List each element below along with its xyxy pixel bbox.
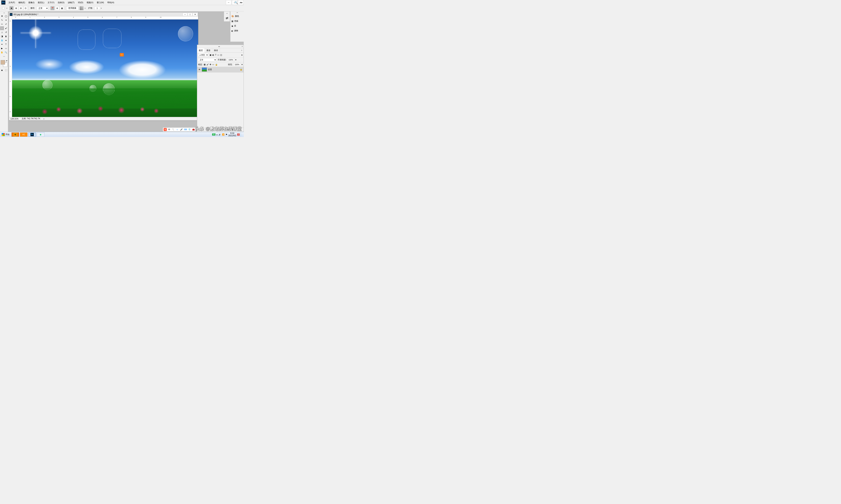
tray-date[interactable]: 2021/5/2 (228, 134, 236, 137)
ime-skin-icon[interactable]: 👕 (188, 128, 191, 131)
tool-preset-icon[interactable] (1, 6, 5, 10)
eraser-tool[interactable]: ◨ (0, 34, 4, 38)
libraries-panel-button[interactable]: ◉库 (230, 23, 244, 29)
quickmask-tool[interactable]: ◙ (0, 68, 4, 72)
type-tool[interactable]: T (4, 42, 8, 46)
swatches-panel-button[interactable]: ▦色板 (230, 19, 244, 23)
zoom-tool[interactable]: 🔍 (4, 51, 8, 54)
adjustments-panel-button[interactable]: ◐调整 (230, 29, 244, 33)
selection-intersect-icon[interactable]: ⊡ (23, 6, 28, 10)
patch-tool[interactable] (0, 26, 4, 30)
menu-select[interactable]: 选择(S) (56, 0, 66, 5)
ime-punct-icon[interactable]: °, (172, 128, 175, 131)
selection-subtract-icon[interactable]: ⊟ (19, 6, 23, 10)
menu-layer[interactable]: 图层(L) (36, 0, 46, 5)
panel-close-icon[interactable]: ✕ (241, 45, 243, 48)
start-button[interactable]: 开始 (0, 132, 11, 137)
doc-minimize-button[interactable]: ─ (183, 13, 187, 16)
diffusion-input[interactable] (95, 6, 100, 10)
tray-volume-icon[interactable]: 📶 (222, 133, 225, 136)
layer-thumbnail[interactable] (202, 68, 207, 72)
menu-edit[interactable]: 编辑(E) (17, 0, 27, 5)
zoom-level[interactable]: 128.31% (11, 118, 18, 120)
more-tools[interactable]: ⋯ (2, 55, 6, 58)
pattern-preview-icon[interactable] (80, 6, 84, 10)
tray-time[interactable]: 9:24 (228, 132, 236, 134)
history-brush-tool[interactable]: ↺ (4, 31, 8, 34)
blend-mode-select[interactable]: 正常 (198, 58, 217, 61)
clone-stamp-tool[interactable]: ⊥ (0, 31, 4, 34)
swap-colors-icon[interactable]: ⇄ (6, 60, 7, 61)
sogou-icon[interactable]: S (164, 128, 167, 131)
foreground-color-swatch[interactable] (1, 60, 5, 65)
menu-window[interactable]: 窗口(W) (95, 0, 106, 5)
filter-toggle[interactable]: ● (241, 54, 243, 56)
taskbar-app-1[interactable]: ✿ (12, 132, 19, 137)
menu-help[interactable]: 帮助(H) (106, 0, 116, 5)
magic-wand-tool[interactable]: ✦ (4, 18, 8, 22)
marquee-tool[interactable]: ◯ (4, 14, 8, 18)
lock-trans-icon[interactable]: ▦ (204, 63, 206, 66)
menu-view[interactable]: 视图(V) (85, 0, 95, 5)
pen-tool[interactable]: ✒ (0, 42, 4, 46)
menu-3d[interactable]: 3D(D) (76, 0, 85, 5)
color-swatches[interactable]: ⇄ (1, 60, 7, 67)
screenmode-tool[interactable]: ⛶ (4, 68, 8, 72)
use-pattern-button[interactable]: 使用图案 (66, 6, 79, 10)
filter-image-icon[interactable]: ▣ (210, 54, 211, 56)
tray-network-icon[interactable]: 🔊 (219, 133, 221, 136)
filter-shape-icon[interactable]: ▭ (217, 54, 219, 56)
menu-text[interactable]: 文字(Y) (46, 0, 56, 5)
taskbar-app-wechat[interactable]: ◉ (37, 132, 45, 137)
lock-all-icon[interactable]: 🔒 (215, 63, 218, 66)
document-size[interactable]: 文档 :742.7K/742.7K (22, 117, 40, 120)
menu-file[interactable]: 文件(F) (7, 0, 17, 5)
panel-menu-icon[interactable]: ≡ (241, 49, 243, 51)
canvas[interactable] (12, 19, 198, 117)
dock-collapse-icon[interactable]: ◂◂ (225, 13, 228, 14)
taskbar-app-photoshop[interactable]: Ps (28, 132, 36, 137)
menu-filter[interactable]: 滤镜(T) (66, 0, 76, 5)
visibility-icon[interactable]: 👁 (198, 68, 201, 71)
toolbar-collapse-icon[interactable]: ◂◂ (2, 12, 6, 14)
ruler-vertical[interactable]: 0123456 (9, 19, 12, 117)
selection-new-icon[interactable]: ■ (10, 6, 14, 10)
lasso-tool[interactable]: ✎ (0, 18, 4, 22)
ime-lang-icon[interactable]: 中 (168, 128, 171, 131)
opacity-input[interactable] (227, 58, 234, 61)
paths-tab[interactable]: 路径 (212, 48, 220, 53)
path-select-tool[interactable]: ▶ (0, 47, 4, 50)
lock-position-icon[interactable]: ✥ (210, 63, 211, 66)
dodge-tool[interactable]: ● (4, 38, 8, 42)
ime-emoji-icon[interactable]: ☺ (176, 128, 179, 131)
layer-filter-select[interactable]: ρ 类型 (198, 53, 209, 57)
tray-expand-icon[interactable]: ▴ (217, 133, 218, 136)
color-panel-button[interactable]: 🎨颜色 (230, 14, 244, 19)
selection-add-icon[interactable]: ⊞ (14, 6, 18, 10)
gradient-tool[interactable]: ▮ (4, 34, 8, 38)
doc-maximize-button[interactable]: □ (188, 13, 192, 16)
menu-image[interactable]: 图像(I) (27, 0, 36, 5)
channels-tab[interactable]: 通道 (205, 48, 212, 53)
tray-flag-icon[interactable]: ⚑ (226, 133, 227, 136)
tray-notification-badge[interactable]: 2 (237, 133, 240, 136)
lock-artboard-icon[interactable]: ▭ (212, 63, 214, 66)
layer-name[interactable]: 背景 (208, 68, 212, 71)
source-mode-icon[interactable]: 📍 (50, 6, 54, 10)
hand-tool[interactable]: ✋ (0, 51, 4, 54)
shape-tool[interactable]: ▭ (4, 47, 8, 50)
brush-tool[interactable]: 🖌 (4, 26, 8, 30)
doc-close-button[interactable]: ✕ (193, 13, 198, 16)
document-titlebar[interactable]: Ps 001.jpg @ 128%(RGB/8#) * ─ □ ✕ (9, 13, 198, 16)
ime-voice-icon[interactable]: 🎤 (180, 128, 183, 131)
patch-mode-select[interactable]: 正常 (37, 6, 49, 10)
ime-keyboard-icon[interactable]: ⌨ (184, 128, 187, 131)
crop-tool[interactable]: ✂ (0, 22, 4, 26)
search-icon[interactable]: 🔍 (235, 1, 238, 4)
panel-collapse-icon[interactable]: ◂◂ (218, 45, 221, 48)
filter-smart-icon[interactable]: ◫ (220, 54, 222, 56)
taskbar-app-uc[interactable]: UC (20, 132, 28, 137)
layer-row-background[interactable]: 👁 背景 🔒 (197, 67, 243, 72)
lock-pixels-icon[interactable]: 🖌 (207, 63, 209, 66)
show-desktop-button[interactable] (241, 133, 242, 137)
